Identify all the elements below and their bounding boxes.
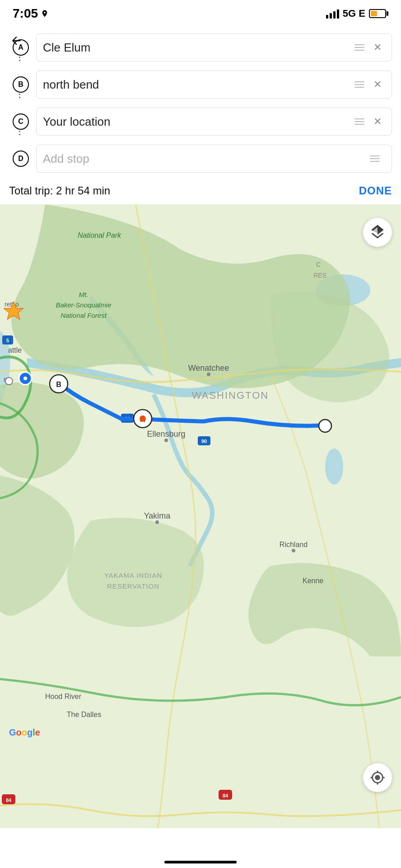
stop-d-row: D [36,140,392,177]
svg-text:Yakima: Yakima [144,511,171,520]
clear-b-button[interactable]: ✕ [370,77,385,92]
trip-footer: Total trip: 2 hr 54 min DONE [0,177,401,204]
stop-b-input-wrapper: ✕ [36,71,392,99]
map-svg: 5 90 90 84 84 National Park Mt. Baker-Sn… [0,204,401,828]
svg-point-41 [319,420,331,432]
status-right: 5G E [326,8,388,19]
stop-marker-c: C [13,113,29,130]
svg-text:The Dalles: The Dalles [67,711,101,718]
svg-text:84: 84 [223,793,228,798]
clear-a-button[interactable]: ✕ [370,40,385,55]
svg-text:84: 84 [6,797,12,803]
my-location-icon [370,770,385,785]
back-button[interactable] [7,32,25,50]
drag-handle-d[interactable] [370,156,380,162]
svg-point-40 [140,415,146,422]
svg-text:B: B [56,381,61,388]
layer-toggle-button[interactable] [363,218,392,247]
stop-c-row: C ✕ [36,103,392,140]
svg-text:Ellensburg: Ellensburg [147,429,185,439]
svg-text:Mt.: Mt. [79,291,89,298]
svg-text:Baker-Snoqualmie: Baker-Snoqualmie [56,301,111,309]
stop-a-input[interactable] [43,41,354,55]
drag-handle-c[interactable] [354,118,364,125]
svg-text:5: 5 [6,338,9,343]
clear-c-button[interactable]: ✕ [370,114,385,129]
svg-point-2 [325,448,343,485]
svg-text:YAKAMA INDIAN: YAKAMA INDIAN [104,571,163,579]
svg-point-18 [207,373,210,376]
status-time: 7:05 [13,6,49,21]
svg-text:National Park: National Park [78,231,121,239]
svg-text:attle: attle [8,346,22,354]
svg-point-21 [164,439,168,442]
svg-point-23 [155,520,159,524]
status-bar: 7:05 5G E [0,0,401,24]
svg-text:RES: RES [313,272,326,279]
svg-text:WASHINGTON: WASHINGTON [192,390,269,401]
svg-text:C: C [316,261,321,268]
stop-a-input-wrapper: ✕ [36,33,392,61]
stop-b-input[interactable] [43,78,354,92]
svg-text:Wenatchee: Wenatchee [188,363,229,373]
done-button[interactable]: DONE [359,184,392,197]
stop-d-input-wrapper [36,145,392,173]
svg-text:Kenne: Kenne [303,577,323,585]
stop-a-row: A ✕ [36,29,392,66]
svg-point-27 [292,549,295,552]
stop-marker-b: B [13,76,29,93]
google-logo: Google [9,727,40,738]
svg-text:Richland: Richland [280,541,308,548]
stops-container: A ✕ B [36,29,392,177]
map-container: 5 90 90 84 84 National Park Mt. Baker-Sn… [0,204,401,828]
route-panel: A ✕ B [0,24,401,177]
back-arrow-icon [10,34,23,47]
drag-handle-a[interactable] [354,44,364,51]
my-location-button[interactable] [363,763,392,792]
svg-text:RESERVATION: RESERVATION [107,582,159,590]
svg-text:90: 90 [201,439,207,444]
trip-total-label: Total trip: 2 hr 54 min [9,184,110,197]
location-active-icon [41,9,49,18]
svg-point-44 [5,377,13,385]
layers-icon [369,224,386,241]
stop-marker-d: D [13,151,29,167]
stop-c-input[interactable] [43,115,354,129]
signal-bars [326,9,339,19]
network-type: 5G E [343,8,365,19]
time-display: 7:05 [13,6,38,21]
svg-point-43 [23,377,27,380]
stop-c-input-wrapper: ✕ [36,108,392,136]
svg-text:Hood River: Hood River [45,693,82,700]
svg-text:National Forest: National Forest [61,311,107,319]
stop-b-row: B ✕ [36,66,392,103]
battery-icon [369,9,388,18]
home-indicator [164,861,237,863]
stop-d-input[interactable] [43,152,370,166]
drag-handle-b[interactable] [354,81,364,88]
